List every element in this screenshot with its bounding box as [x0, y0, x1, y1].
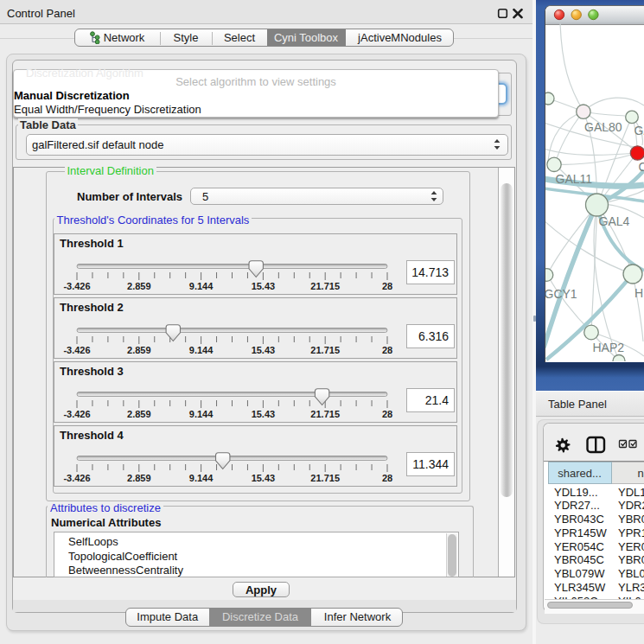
svg-text:9.144: 9.144	[189, 345, 214, 355]
svg-text:15.43: 15.43	[252, 281, 276, 291]
svg-text:2.859: 2.859	[127, 281, 151, 291]
svg-text:9.144: 9.144	[189, 409, 214, 419]
svg-text:2.859: 2.859	[127, 409, 151, 419]
svg-text:2.859: 2.859	[127, 345, 151, 355]
svg-text:21.715: 21.715	[310, 473, 340, 483]
svg-text:15.43: 15.43	[252, 345, 276, 355]
svg-text:-3.426: -3.426	[63, 281, 90, 291]
svg-text:28: 28	[382, 281, 392, 291]
svg-text:H: H	[634, 286, 643, 300]
svg-text:21.715: 21.715	[310, 409, 340, 419]
svg-text:C: C	[639, 160, 644, 174]
svg-text:28: 28	[382, 473, 392, 483]
svg-text:28: 28	[382, 345, 392, 355]
svg-text:HAP2: HAP2	[593, 341, 625, 354]
svg-text:28: 28	[382, 409, 392, 419]
svg-text:GAL4: GAL4	[599, 214, 630, 228]
svg-text:15.43: 15.43	[252, 409, 276, 419]
svg-text:9.144: 9.144	[189, 281, 214, 291]
svg-text:-3.426: -3.426	[63, 345, 90, 355]
svg-text:9.144: 9.144	[189, 473, 214, 483]
svg-text:GAL11: GAL11	[556, 172, 593, 186]
svg-text:GA: GA	[634, 124, 644, 137]
svg-text:GCY1: GCY1	[545, 287, 577, 301]
svg-text:15.43: 15.43	[252, 473, 276, 483]
svg-text:-3.426: -3.426	[63, 473, 90, 483]
svg-text:GAL80: GAL80	[584, 120, 622, 134]
svg-text:21.715: 21.715	[310, 345, 340, 355]
svg-text:-3.426: -3.426	[63, 409, 90, 419]
svg-text:2.859: 2.859	[127, 473, 151, 483]
svg-text:21.715: 21.715	[310, 281, 340, 291]
